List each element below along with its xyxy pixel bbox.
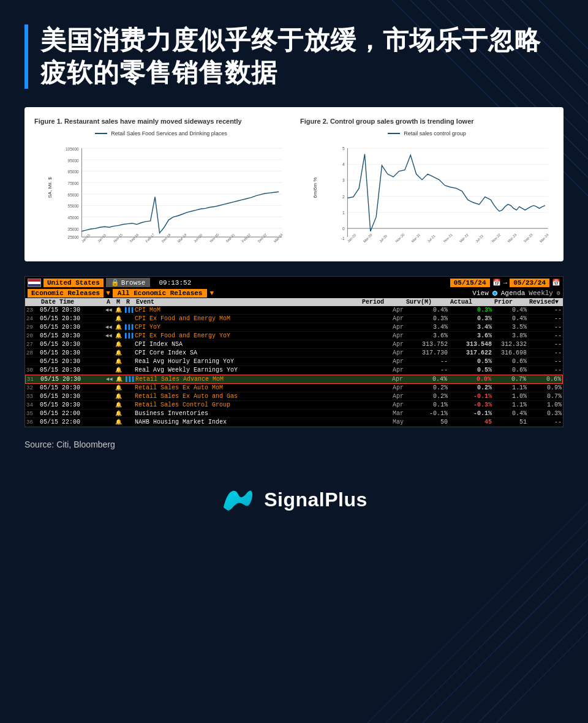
settings-icon[interactable]: ⚙ <box>557 290 560 297</box>
row-num: 29 <box>26 324 39 331</box>
terminal-rows: 23 05/15 20:30 ◄◄ 🔔 ▌▌▌ CPI MoM Apr 0.4%… <box>25 306 563 427</box>
figure1-box: Figure 1. Restaurant sales have mainly m… <box>34 117 288 252</box>
row-num: 30 <box>26 367 39 373</box>
table-row: 32 05/15 20:30 🔔 Retail Sales Ex Auto Mo… <box>25 384 563 392</box>
row-m: 🔔 <box>115 419 124 425</box>
svg-text:35000: 35000 <box>68 227 80 231</box>
figure1-chart-wrapper: SA, Mil. $ 105000 95000 85000 <box>59 139 288 252</box>
svg-text:Jul-20: Jul-20 <box>379 234 388 243</box>
col-surv: Surv(M) <box>405 299 448 305</box>
row-datetime: 05/15 20:30 <box>40 315 104 322</box>
terminal-date-right: 05/15/24 📅 → 05/23/24 📅 <box>450 279 560 287</box>
table-row: 23 05/15 20:30 ◄◄ 🔔 ▌▌▌ CPI MoM Apr 0.4%… <box>25 306 563 315</box>
dropdown-arrow1[interactable]: ▼ <box>106 290 110 297</box>
svg-line-16 <box>496 631 588 723</box>
row-event: CPI YoY <box>135 324 360 331</box>
figure2-legend: Retail sales control group <box>300 130 554 137</box>
row-actual: 3.6% <box>449 332 492 339</box>
row-surv: 0.2% <box>405 393 448 400</box>
row-event: CPI MoM <box>135 307 360 313</box>
svg-text:65000: 65000 <box>68 193 80 197</box>
row-revised: -- <box>528 341 562 348</box>
svg-text:Dec-22: Dec-22 <box>257 233 268 243</box>
svg-text:Mar-21: Mar-21 <box>410 233 421 244</box>
row-actual: 0.3% <box>449 307 492 313</box>
figure2-y-label: 6m/6m % <box>312 178 318 198</box>
row-revised: 0.7% <box>528 393 562 400</box>
svg-text:0: 0 <box>342 227 345 231</box>
svg-text:75000: 75000 <box>68 181 80 185</box>
svg-text:-1: -1 <box>341 236 345 241</box>
figure1-y-label: SA, Mil. $ <box>47 178 53 198</box>
row-surv: 0.1% <box>405 402 448 408</box>
table-row: 05/15 20:30 🔔 Real Avg Hourly Earning Yo… <box>25 358 563 366</box>
col-revised: Revised▼ <box>528 299 562 305</box>
terminal-header: United States 🔒 Browse 09:13:52 05/15/24… <box>25 277 563 288</box>
dropdown-arrow2[interactable]: ▼ <box>209 290 214 297</box>
col-a: A <box>105 299 114 305</box>
svg-line-14 <box>459 594 588 723</box>
row-num: 36 <box>26 419 39 425</box>
row-event: Retail Sales Control Group <box>135 402 360 408</box>
table-row: 28 05/15 20:30 🔔 CPI Core Index SA Apr 3… <box>25 349 563 358</box>
row-revised: -- <box>528 332 562 339</box>
figure1-svg: 105000 95000 85000 75000 65000 55000 450… <box>59 139 288 249</box>
table-row: 35 05/15 22:00 🔔 Business Inventories Ma… <box>25 410 563 418</box>
row-m: 🔔 <box>115 307 124 313</box>
row-period: Apr <box>361 367 404 373</box>
row-period: Apr <box>361 332 404 339</box>
row-surv: 3.4% <box>405 324 448 331</box>
svg-text:Sep-16: Sep-16 <box>129 233 139 243</box>
row-prior: 316.698 <box>493 350 527 356</box>
terminal-row2: Economic Releases ▼ All Economic Release… <box>25 288 563 298</box>
table-row: 34 05/15 20:30 🔔 Retail Sales Control Gr… <box>25 401 563 410</box>
row-period: Apr <box>361 350 404 356</box>
row-event: CPI Index NSA <box>135 341 360 348</box>
row-m: 🔔 <box>115 358 124 365</box>
row-period: Apr <box>361 358 404 365</box>
source-text: Source: Citi, Bloomberg <box>24 440 564 449</box>
table-row: 27 05/15 20:30 🔔 CPI Index NSA Apr 313.7… <box>25 340 563 349</box>
terminal-container: United States 🔒 Browse 09:13:52 05/15/24… <box>24 276 564 427</box>
row-event: Retail Sales Ex Auto MoM <box>135 384 360 391</box>
row-surv: -0.1% <box>405 410 448 417</box>
table-row: 20 05/15 20:30 ◄◄ 🔔 ▌▌▌ CPI Ex Food and … <box>25 332 563 340</box>
row-datetime: 05/15 20:30 <box>40 341 104 348</box>
row-actual: 0.3% <box>449 315 492 322</box>
row-period: Apr <box>361 384 404 391</box>
table-row: 33 05/15 20:30 🔔 Retail Sales Ex Auto an… <box>25 392 563 401</box>
col-actual: Actual <box>449 299 492 305</box>
date-from[interactable]: 05/15/24 <box>450 279 490 287</box>
brand-name: SignalPlus <box>264 489 368 511</box>
agenda-radio[interactable] <box>492 291 497 296</box>
row-datetime: 05/15 22:00 <box>40 419 104 425</box>
svg-text:Mar-24: Mar-24 <box>539 233 549 244</box>
row-actual: 3.4% <box>449 324 492 331</box>
row-event: NAHB Housing Market Index <box>135 419 360 425</box>
row-datetime: 05/15 20:30 <box>40 307 104 313</box>
browse-button[interactable]: 🔒 Browse <box>106 278 151 287</box>
row-prior: 0.4% <box>493 410 527 417</box>
svg-text:Dec-18: Dec-18 <box>161 233 172 243</box>
row-event: CPI Ex Food and Energy YoY <box>135 332 360 339</box>
row-event: CPI Ex Food and Energy MoM <box>135 315 360 322</box>
terminal-time: 09:13:52 <box>155 279 195 287</box>
terminal-country: United States <box>43 279 104 287</box>
row-prior: 3.5% <box>493 324 527 331</box>
col-prior: Prior <box>493 299 527 305</box>
date-to[interactable]: 05/23/24 <box>510 279 549 287</box>
lock-icon: 🔒 <box>111 279 119 287</box>
svg-text:95000: 95000 <box>68 159 80 163</box>
row-a: ◄◄ <box>105 324 114 331</box>
svg-text:Nov-20: Nov-20 <box>394 233 405 243</box>
calendar-icon1: 📅 <box>492 279 501 287</box>
figure1-legend-label: Retail Sales Food Services and Drinking … <box>111 130 227 137</box>
figure1-legend-line <box>95 133 107 134</box>
svg-line-15 <box>478 613 588 723</box>
col-period: Period <box>361 299 404 305</box>
row-num: 33 <box>26 394 39 400</box>
table-row: 30 05/15 20:30 🔔 Real Avg Weekly Earning… <box>25 366 563 375</box>
table-row: 29 05/15 20:30 ◄◄ 🔔 ▌▌▌ CPI YoY Apr 3.4%… <box>25 323 563 332</box>
us-flag-icon <box>28 279 41 287</box>
row-event: Retail Sales Ex Auto and Gas <box>135 393 360 400</box>
